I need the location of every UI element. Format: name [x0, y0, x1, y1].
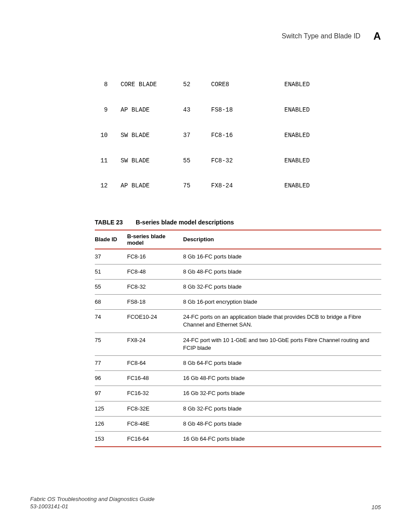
- cell-description: 8 Gb 48-FC ports blade: [183, 416, 381, 431]
- table-row: 125FC8-32E8 Gb 32-FC ports blade: [95, 401, 381, 416]
- cell-description: 16 Gb 64-FC ports blade: [183, 431, 381, 447]
- code-cell: ENABLED: [284, 81, 310, 89]
- cell-model: FX8-24: [127, 333, 183, 355]
- table-title: B-series blade model descriptions: [136, 219, 234, 226]
- table-header-model: B-series blade model: [127, 230, 183, 249]
- cell-model: FC8-16: [127, 249, 183, 264]
- cell-description: 8 Gb 48-FC ports blade: [183, 264, 381, 279]
- code-cell: FX8-24: [211, 182, 284, 190]
- table-row: 96FC16-4816 Gb 48-FC ports blade: [95, 371, 381, 386]
- blade-model-table: Blade ID B-series blade model Descriptio…: [95, 230, 381, 448]
- cell-description: 8 Gb 64-FC ports blade: [183, 356, 381, 371]
- cell-blade-id: 153: [95, 431, 127, 447]
- code-cell: 43: [183, 106, 211, 115]
- cell-model: FC8-32: [127, 279, 183, 294]
- cell-blade-id: 51: [95, 264, 127, 279]
- header-title: Switch Type and Blade ID: [282, 32, 361, 40]
- code-row: 12AP BLADE75FX8-24ENABLED: [95, 182, 381, 190]
- code-cell: 55: [183, 157, 211, 165]
- page-number: 105: [371, 504, 381, 510]
- code-cell: ENABLED: [284, 106, 310, 115]
- cell-blade-id: 96: [95, 371, 127, 386]
- code-cell: 8: [95, 81, 121, 89]
- code-cell: 75: [183, 182, 211, 190]
- cell-blade-id: 74: [95, 310, 127, 333]
- code-cell: 52: [183, 81, 211, 89]
- table-row: 153FC16-6416 Gb 64-FC ports blade: [95, 431, 381, 447]
- table-row: 126FC8-48E8 Gb 48-FC ports blade: [95, 416, 381, 431]
- cell-model: FC8-48E: [127, 416, 183, 431]
- page-footer: Fabric OS Troubleshooting and Diagnostic…: [30, 496, 381, 510]
- table-caption: TABLE 23B-series blade model description…: [95, 218, 381, 226]
- footer-guide-title: Fabric OS Troubleshooting and Diagnostic…: [30, 496, 155, 503]
- code-cell: 9: [95, 106, 121, 115]
- code-cell: FC8-16: [211, 131, 284, 140]
- cell-model: FCOE10-24: [127, 310, 183, 333]
- cell-description: 8 Gb 32-FC ports blade: [183, 401, 381, 416]
- cell-description: 24-FC port with 10 1-GbE and two 10-GbE …: [183, 333, 381, 355]
- code-cell: SW BLADE: [121, 157, 183, 165]
- footer-left: Fabric OS Troubleshooting and Diagnostic…: [30, 496, 155, 510]
- code-cell: 12: [95, 182, 121, 190]
- code-cell: CORE BLADE: [121, 81, 183, 89]
- cell-blade-id: 55: [95, 279, 127, 294]
- cell-description: 8 Gb 32-FC ports blade: [183, 279, 381, 294]
- cell-blade-id: 75: [95, 333, 127, 355]
- footer-doc-number: 53-1003141-01: [30, 503, 155, 510]
- page-header: Switch Type and Blade ID A: [30, 30, 381, 42]
- code-cell: ENABLED: [284, 131, 310, 140]
- cell-blade-id: 97: [95, 386, 127, 401]
- table-row: 55FC8-328 Gb 32-FC ports blade: [95, 279, 381, 294]
- table-row: 75FX8-2424-FC port with 10 1-GbE and two…: [95, 333, 381, 355]
- table-header-description: Description: [183, 230, 381, 249]
- cell-model: FC8-64: [127, 356, 183, 371]
- table-row: 74FCOE10-2424-FC ports on an application…: [95, 310, 381, 333]
- table-row: 77FC8-648 Gb 64-FC ports blade: [95, 356, 381, 371]
- cell-model: FC8-32E: [127, 401, 183, 416]
- table-row: 68FS8-188 Gb 16-port encryption blade: [95, 295, 381, 310]
- cell-blade-id: 125: [95, 401, 127, 416]
- cell-description: 24-FC ports on an application blade that…: [183, 310, 381, 333]
- cell-blade-id: 37: [95, 249, 127, 264]
- code-cell: ENABLED: [284, 182, 310, 190]
- code-cell: 10: [95, 131, 121, 140]
- code-cell: AP BLADE: [121, 106, 183, 115]
- cell-description: 16 Gb 48-FC ports blade: [183, 371, 381, 386]
- code-row: 8CORE BLADE52CORE8ENABLED: [95, 81, 381, 89]
- header-appendix-letter: A: [374, 30, 381, 42]
- table-header-row: Blade ID B-series blade model Descriptio…: [95, 230, 381, 249]
- table-row: 97FC16-3216 Gb 32-FC ports blade: [95, 386, 381, 401]
- cell-model: FC16-32: [127, 386, 183, 401]
- cell-model: FC16-48: [127, 371, 183, 386]
- cell-description: 8 Gb 16-FC ports blade: [183, 249, 381, 264]
- code-output-block: 8CORE BLADE52CORE8ENABLED 9AP BLADE43FS8…: [95, 64, 381, 199]
- code-row: 11SW BLADE55FC8-32ENABLED: [95, 157, 381, 165]
- table-row: 37FC8-168 Gb 16-FC ports blade: [95, 249, 381, 264]
- code-cell: 11: [95, 157, 121, 165]
- code-cell: SW BLADE: [121, 131, 183, 140]
- cell-blade-id: 126: [95, 416, 127, 431]
- cell-blade-id: 77: [95, 356, 127, 371]
- cell-description: 8 Gb 16-port encryption blade: [183, 295, 381, 310]
- table-header-blade-id: Blade ID: [95, 230, 127, 249]
- code-cell: 37: [183, 131, 211, 140]
- code-cell: CORE8: [211, 81, 284, 89]
- table-row: 51FC8-488 Gb 48-FC ports blade: [95, 264, 381, 279]
- code-row: 9AP BLADE43FS8-18ENABLED: [95, 106, 381, 115]
- cell-model: FC16-64: [127, 431, 183, 447]
- cell-description: 16 Gb 32-FC ports blade: [183, 386, 381, 401]
- code-cell: FS8-18: [211, 106, 284, 115]
- code-cell: AP BLADE: [121, 182, 183, 190]
- cell-model: FC8-48: [127, 264, 183, 279]
- code-cell: FC8-32: [211, 157, 284, 165]
- cell-model: FS8-18: [127, 295, 183, 310]
- code-cell: ENABLED: [284, 157, 310, 165]
- cell-blade-id: 68: [95, 295, 127, 310]
- table-number-label: TABLE 23: [95, 219, 123, 226]
- code-row: 10SW BLADE37FC8-16ENABLED: [95, 131, 381, 140]
